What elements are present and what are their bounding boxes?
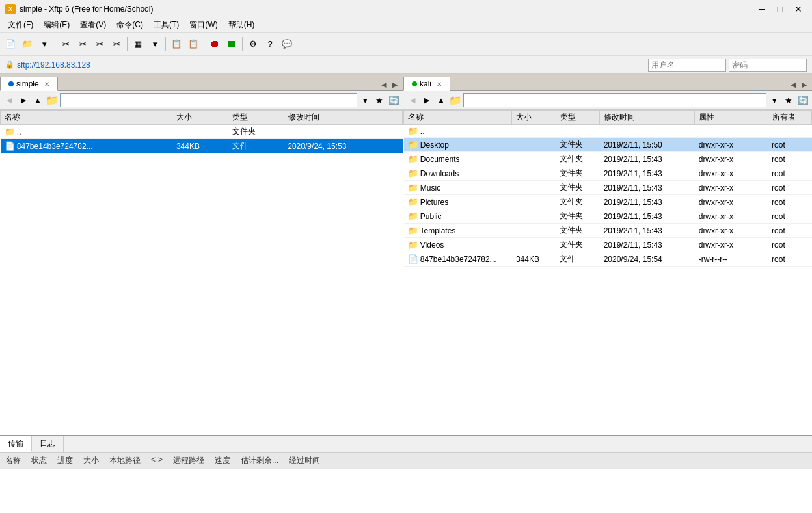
right-table-row[interactable]: 📁 Videos 文件夹 2019/2/11, 15:43 drwxr-xr-x… — [404, 238, 812, 252]
toolbar-pause-btn[interactable]: ⏹ — [224, 36, 239, 52]
right-up-btn[interactable]: ▲ — [435, 94, 448, 107]
left-back-btn[interactable]: ◀ — [3, 94, 16, 107]
right-table-row[interactable]: 📁 Pictures 文件夹 2019/2/11, 15:43 drwxr-xr… — [404, 195, 812, 209]
right-file-name: 📁 Music — [404, 181, 512, 195]
bottom-panel: 传输 日志 名称 状态 进度 大小 本地路径 <-> 远程路径 速度 估计剩余.… — [0, 435, 812, 513]
right-file-owner: root — [768, 209, 811, 224]
right-file-name: 📁 Pictures — [404, 195, 512, 209]
transfer-col-speed: 速度 — [210, 454, 236, 467]
toolbar-transfer-btn[interactable]: ⏺ — [207, 36, 223, 52]
toolbar-copy-btn[interactable]: 📋 — [169, 36, 184, 52]
maximize-button[interactable]: □ — [772, 3, 789, 16]
tab-dot-green — [412, 81, 417, 86]
menubar: 文件(F)编辑(E)查看(V)命令(C)工具(T)窗口(W)帮助(H) — [0, 18, 812, 33]
left-file-name: 📄 847be14b3e724782... — [1, 139, 172, 153]
menu-item-帮助(H)[interactable]: 帮助(H) — [223, 18, 260, 32]
left-table-row[interactable]: 📁 .. 文件夹 — [1, 125, 403, 139]
menu-item-工具(T)[interactable]: 工具(T) — [148, 18, 184, 32]
left-fwd-btn[interactable]: ▶ — [17, 94, 30, 107]
toolbar-back-btn[interactable]: ✂ — [58, 36, 74, 52]
right-file-type: 文件夹 — [556, 224, 599, 238]
left-panel-next[interactable]: ▶ — [390, 79, 400, 90]
toolbar-stop-btn[interactable]: ✂ — [92, 36, 107, 52]
right-tab-close[interactable]: ✕ — [437, 81, 442, 88]
toolbar-fwd-btn[interactable]: ✂ — [75, 36, 90, 52]
right-tab-kali[interactable]: kali ✕ — [403, 77, 450, 91]
minimize-button[interactable]: ─ — [753, 3, 770, 16]
toolbar-refresh-btn[interactable]: ✂ — [109, 36, 124, 52]
menu-item-窗口(W)[interactable]: 窗口(W) — [184, 18, 223, 32]
toolbar-sep-5 — [242, 37, 243, 51]
left-tab-close[interactable]: ✕ — [44, 81, 49, 88]
right-table-row[interactable]: 📁 Documents 文件夹 2019/2/11, 15:43 drwxr-x… — [404, 152, 812, 166]
right-col-modified[interactable]: 修改时间 — [600, 111, 695, 125]
toolbar-open-btn[interactable]: 📁 — [20, 36, 35, 52]
left-col-size[interactable]: 大小 — [172, 111, 228, 125]
right-file-name: 📁 Desktop — [404, 138, 512, 152]
right-file-size — [512, 166, 556, 181]
left-up-btn[interactable]: ▲ — [31, 94, 44, 107]
toolbar-paste-btn[interactable]: 📋 — [185, 36, 201, 52]
right-table-row[interactable]: 📄 847be14b3e724782... 344KB 文件 2020/9/24… — [404, 252, 812, 267]
menu-item-编辑(E)[interactable]: 编辑(E) — [38, 18, 75, 32]
transfer-content — [0, 469, 812, 513]
right-file-attr: drwxr-xr-x — [695, 138, 768, 152]
left-refresh-btn[interactable]: 🔄 — [387, 94, 400, 107]
right-panel-prev[interactable]: ◀ — [788, 79, 798, 90]
left-path-dropdown[interactable]: ▾ — [359, 94, 372, 107]
right-file-type: 文件夹 — [556, 195, 599, 209]
right-fwd-btn[interactable]: ▶ — [420, 94, 433, 107]
right-col-name[interactable]: 名称 — [404, 111, 512, 125]
toolbar-view-btn[interactable]: ▦ — [130, 36, 146, 52]
toolbar-msg-btn[interactable]: 💬 — [279, 36, 295, 52]
right-col-attr[interactable]: 属性 — [695, 111, 768, 125]
right-table-row[interactable]: 📁 Downloads 文件夹 2019/2/11, 15:43 drwxr-x… — [404, 166, 812, 181]
close-button[interactable]: ✕ — [790, 3, 807, 16]
toolbar-help-btn[interactable]: ? — [262, 36, 278, 52]
toolbar-view-drop[interactable]: ▾ — [147, 36, 163, 52]
transfer-col-size: 大小 — [78, 454, 104, 467]
right-path-dropdown[interactable]: ▾ — [768, 94, 781, 107]
username-input[interactable] — [648, 59, 726, 72]
left-path-input[interactable]: C:\攻防世界练习\simple — [60, 93, 357, 107]
left-col-modified[interactable]: 修改时间 — [284, 111, 402, 125]
transfer-col-remotepath: 远程路径 — [168, 454, 210, 467]
right-file-attr: -rw-r--r-- — [695, 252, 768, 267]
toolbar-new-btn[interactable]: 📄 — [3, 36, 18, 52]
menu-item-文件(F)[interactable]: 文件(F) — [3, 18, 38, 32]
left-col-name[interactable]: 名称 — [1, 111, 172, 125]
right-path-input[interactable]: /root — [463, 93, 766, 107]
right-col-size[interactable]: 大小 — [512, 111, 556, 125]
left-col-type[interactable]: 类型 — [228, 111, 284, 125]
toolbar-settings-btn[interactable]: ⚙ — [245, 36, 261, 52]
right-col-type[interactable]: 类型 — [556, 111, 599, 125]
menu-item-命令(C)[interactable]: 命令(C) — [111, 18, 148, 32]
right-refresh-btn[interactable]: 🔄 — [796, 94, 809, 107]
right-table-row[interactable]: 📁 Desktop 文件夹 2019/2/11, 15:50 drwxr-xr-… — [404, 138, 812, 152]
left-bookmark-btn[interactable]: ★ — [373, 94, 386, 107]
right-table-row[interactable]: 📁 Music 文件夹 2019/2/11, 15:43 drwxr-xr-x … — [404, 181, 812, 195]
right-table-row[interactable]: 📁 Templates 文件夹 2019/2/11, 15:43 drwxr-x… — [404, 224, 812, 238]
left-tab-simple[interactable]: simple ✕ — [0, 77, 58, 91]
right-file-modified: 2019/2/11, 15:43 — [600, 181, 695, 195]
left-tab-label: simple — [16, 79, 39, 88]
bottom-tab-transfer[interactable]: 传输 — [0, 436, 32, 452]
right-file-owner — [768, 125, 811, 138]
right-back-btn[interactable]: ◀ — [406, 94, 419, 107]
bottom-tabs: 传输 日志 — [0, 436, 812, 453]
menu-item-查看(V)[interactable]: 查看(V) — [75, 18, 111, 32]
left-file-name: 📁 .. — [1, 125, 172, 139]
bottom-tab-log[interactable]: 日志 — [32, 436, 64, 452]
password-input[interactable] — [729, 59, 807, 72]
right-col-owner[interactable]: 所有者 — [768, 111, 811, 125]
toolbar-sep-1 — [55, 37, 55, 51]
right-panel-next[interactable]: ▶ — [799, 79, 809, 90]
titlebar: X simple - Xftp 6 (Free for Home/School)… — [0, 0, 812, 18]
toolbar-open-drop[interactable]: ▾ — [36, 36, 52, 52]
right-table-row[interactable]: 📁 .. — [404, 125, 812, 138]
left-table-row[interactable]: 📄 847be14b3e724782... 344KB 文件 2020/9/24… — [1, 139, 403, 153]
left-panel-prev[interactable]: ◀ — [379, 79, 389, 90]
right-table-row[interactable]: 📁 Public 文件夹 2019/2/11, 15:43 drwxr-xr-x… — [404, 209, 812, 224]
right-bookmark-btn[interactable]: ★ — [782, 94, 795, 107]
right-file-type: 文件夹 — [556, 238, 599, 252]
